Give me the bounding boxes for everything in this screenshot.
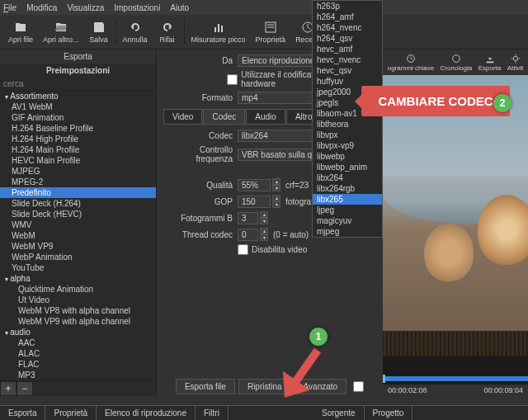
tree-group-audio[interactable]: audio	[0, 327, 156, 337]
tree-group-alpha[interactable]: alpha	[0, 273, 156, 284]
codec-option[interactable]: libtheora	[313, 119, 382, 130]
codec-select[interactable]: libx264	[238, 130, 320, 142]
bottom-tab-export[interactable]: Esporta	[0, 406, 45, 420]
tree-item[interactable]: FLAC	[0, 359, 156, 370]
menu-edit[interactable]: Modifica	[26, 3, 57, 12]
open-other-button[interactable]: Apri altro...	[38, 19, 84, 45]
svg-rect-2	[221, 26, 223, 32]
tree-item[interactable]: HEVC Main Profile	[0, 155, 156, 166]
save-button[interactable]: Salva	[84, 19, 114, 45]
preset-search-input[interactable]: cerca	[0, 78, 156, 91]
menu-help[interactable]: Aiuto	[170, 3, 189, 12]
tree-item[interactable]: Ut Video	[0, 295, 156, 305]
codec-option[interactable]: libx264rgb	[313, 183, 382, 194]
codec-option-selected[interactable]: libx265	[313, 194, 382, 205]
tree-item[interactable]: WebM VP8 with alpha channel	[0, 305, 156, 316]
tree-item[interactable]: MJPEG	[0, 166, 156, 177]
tree-item[interactable]: H.264 Main Profile	[0, 144, 156, 155]
svg-rect-1	[218, 24, 219, 32]
tree-item[interactable]: WMV	[0, 219, 156, 230]
add-preset-button[interactable]: +	[0, 381, 16, 396]
undo-button[interactable]: Annulla	[118, 19, 153, 45]
redo-icon	[161, 21, 174, 34]
quality-input[interactable]	[238, 179, 271, 191]
codec-option[interactable]: libwebp_anim	[313, 162, 382, 172]
tree-item[interactable]: WebM VP9 with alpha channel	[0, 316, 156, 327]
threads-stepper[interactable]: ▴▾	[260, 228, 268, 241]
codec-option[interactable]: h264_amf	[313, 12, 382, 22]
tree-item[interactable]: WebM	[0, 230, 156, 241]
menu-file[interactable]: File	[3, 3, 16, 12]
bottom-tab-playlist[interactable]: Elenco di riproduzione	[97, 406, 196, 420]
annotation-callout: CAMBIARE CODEC	[361, 86, 510, 116]
codec-option[interactable]: mjpeg	[313, 226, 382, 237]
gop-stepper[interactable]: ▴▾	[272, 195, 280, 208]
codec-option[interactable]: magicyuv	[313, 215, 382, 226]
history-button[interactable]: Cronologia	[441, 53, 473, 72]
redo-button[interactable]: Rifai	[153, 19, 182, 45]
tab-video[interactable]: Video	[163, 109, 202, 124]
keyframes-button[interactable]: ogrammi chiave	[388, 53, 434, 72]
codec-option[interactable]: h264_nvenc	[313, 22, 382, 33]
undo-icon	[129, 21, 142, 34]
disable-video-checkbox[interactable]	[238, 244, 248, 255]
properties-button[interactable]: Proprietà	[251, 19, 291, 45]
remove-preset-button[interactable]: −	[16, 381, 33, 396]
codec-dropdown-list[interactable]: h263p h264_amf h264_nvenc h264_qsv hevc_…	[312, 0, 383, 238]
jobs-button[interactable]: Attivit	[507, 53, 524, 72]
tab-audio[interactable]: Audio	[246, 109, 285, 124]
tree-item[interactable]: MP3	[0, 370, 156, 380]
quality-label: Qualità	[163, 181, 238, 190]
tab-codec[interactable]: Codec	[203, 109, 245, 124]
disable-video-label: Disabilita video	[252, 245, 307, 254]
bframes-input[interactable]	[238, 212, 258, 224]
tree-item[interactable]: Slide Deck (HEVC)	[0, 209, 156, 219]
tree-item[interactable]: H.264 High Profile	[0, 134, 156, 144]
bottom-tab-project[interactable]: Progetto	[365, 406, 413, 420]
codec-option[interactable]: libvpx-vp9	[313, 140, 382, 151]
tree-item[interactable]: MPEG-2	[0, 177, 156, 187]
tree-item[interactable]: AV1 WebM	[0, 101, 156, 112]
codec-option[interactable]: h264_qsv	[313, 33, 382, 44]
tree-item-selected[interactable]: Predefinito	[0, 187, 156, 198]
menu-view[interactable]: Visualizza	[67, 3, 104, 12]
codec-option[interactable]: libwebp	[313, 151, 382, 162]
tree-item[interactable]: WebM VP9	[0, 241, 156, 252]
tree-item[interactable]: Quicktime Animation	[0, 284, 156, 295]
bframes-stepper[interactable]: ▴▾	[260, 211, 268, 224]
codec-option[interactable]: libvpx	[313, 130, 382, 140]
from-label: Da	[163, 56, 238, 65]
bottom-tab-source[interactable]: Sorgente	[314, 406, 365, 420]
tree-item[interactable]: YouTube	[0, 262, 156, 273]
open-file-button[interactable]: Apri file	[3, 19, 38, 45]
codec-option[interactable]: libx264	[313, 172, 382, 183]
tree-item[interactable]: H.264 Baseline Profile	[0, 123, 156, 134]
peak-meter-button[interactable]: Misuratore picco	[186, 19, 251, 45]
export-button[interactable]: Esporta	[478, 53, 502, 72]
tree-group-stock[interactable]: Assortimento	[0, 91, 156, 101]
codec-option[interactable]: hevc_qsv	[313, 65, 382, 76]
hw-encoder-checkbox[interactable]	[227, 74, 238, 85]
codec-option[interactable]: hevc_amf	[313, 44, 382, 54]
menu-settings[interactable]: Impostazioni	[114, 3, 160, 12]
gear-icon	[510, 53, 521, 64]
codec-option[interactable]: ljpeg	[313, 205, 382, 215]
advanced-checkbox[interactable]	[353, 379, 364, 394]
codec-option[interactable]: hevc_nvenc	[313, 54, 382, 65]
bottom-tab-filters[interactable]: Filtri	[196, 406, 229, 420]
tree-item[interactable]: Slide Deck (H.264)	[0, 198, 156, 209]
export-file-button[interactable]: Esporta file	[176, 379, 235, 394]
tree-item[interactable]: GIF Animation	[0, 112, 156, 123]
quality-stepper[interactable]: ▴▾	[272, 178, 280, 191]
bottom-tab-props[interactable]: Proprietà	[45, 406, 97, 420]
video-preview[interactable]	[383, 75, 528, 356]
timeline-scrubber[interactable]	[383, 376, 528, 381]
gop-input[interactable]	[238, 196, 271, 208]
threads-input[interactable]	[238, 229, 258, 241]
bottom-right-tabs: Sorgente Progetto	[314, 405, 528, 420]
tree-item[interactable]: AAC	[0, 337, 156, 348]
tree-item[interactable]: WebP Animation	[0, 252, 156, 262]
codec-option[interactable]: h263p	[313, 1, 382, 12]
tree-item[interactable]: ALAC	[0, 348, 156, 359]
preset-tree[interactable]: Assortimento AV1 WebM GIF Animation H.26…	[0, 91, 156, 380]
